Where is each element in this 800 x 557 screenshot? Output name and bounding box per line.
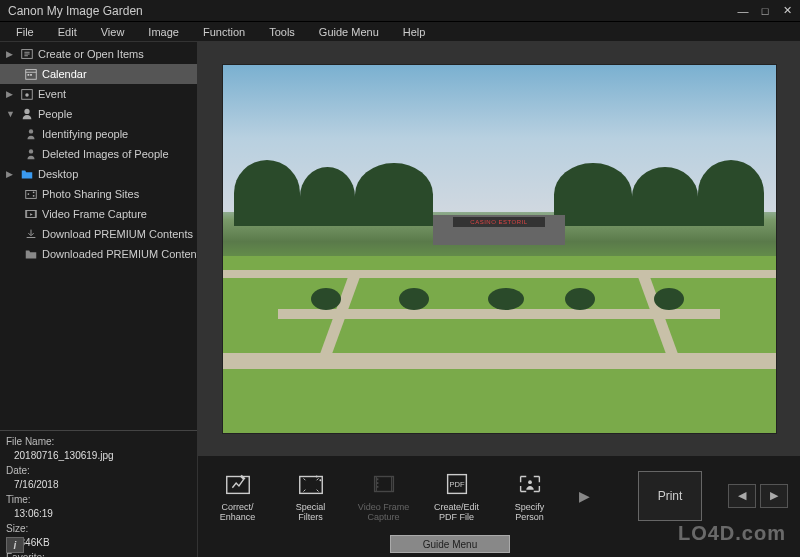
tree-item-label: Downloaded PREMIUM Contents: [42, 248, 197, 260]
image-viewer[interactable]: CASINO ESTORIL: [198, 42, 800, 455]
svg-rect-9: [26, 191, 37, 199]
svg-rect-21: [376, 485, 378, 487]
tree-item-label: People: [38, 108, 72, 120]
svg-point-7: [29, 129, 33, 133]
bottom-toolbar: Correct/EnhanceSpecialFiltersVideo Frame…: [198, 455, 800, 535]
svg-point-17: [319, 479, 321, 481]
tool-correct[interactable]: Correct/Enhance: [210, 469, 265, 523]
tree-item-label: Photo Sharing Sites: [42, 188, 139, 200]
tree-item-label: Create or Open Items: [38, 48, 144, 60]
building-sign: CASINO ESTORIL: [453, 217, 546, 227]
svg-point-6: [24, 109, 29, 114]
create-icon: [20, 47, 34, 61]
filters-icon: [294, 469, 328, 499]
tool-label: Correct/Enhance: [220, 503, 256, 523]
tool-vframe: Video FrameCapture: [356, 469, 411, 523]
tree-item-person[interactable]: Deleted Images of People: [0, 144, 197, 164]
tool-label: Create/EditPDF File: [434, 503, 479, 523]
tree-arrow-icon: ▶: [6, 49, 16, 59]
tool-specify[interactable]: SpecifyPerson: [502, 469, 557, 523]
tree-arrow-icon: ▼: [6, 109, 16, 119]
tree-item-label: Video Frame Capture: [42, 208, 147, 220]
tree-item-folder2[interactable]: Downloaded PREMIUM Contents: [0, 244, 197, 264]
info-size: 7846KB: [6, 536, 191, 550]
menu-function[interactable]: Function: [191, 24, 257, 40]
tree-item-label: Download PREMIUM Contents: [42, 228, 193, 240]
info-filename: 20180716_130619.jpg: [6, 449, 191, 463]
tool-label: SpecialFilters: [296, 503, 326, 523]
prev-button[interactable]: ◀: [728, 484, 756, 508]
svg-rect-20: [376, 482, 378, 484]
titlebar: Canon My Image Garden — □ ✕: [0, 0, 800, 22]
menubar: File Edit View Image Function Tools Guid…: [0, 22, 800, 42]
person-icon: [24, 147, 38, 161]
menu-view[interactable]: View: [89, 24, 137, 40]
menu-guide[interactable]: Guide Menu: [307, 24, 391, 40]
tree-item-people[interactable]: ▼People: [0, 104, 197, 124]
correct-icon: [221, 469, 255, 499]
tool-pdf[interactable]: PDFCreate/EditPDF File: [429, 469, 484, 523]
guide-menu-button[interactable]: Guide Menu: [390, 535, 510, 553]
tree-item-label: Identifying people: [42, 128, 128, 140]
menu-file[interactable]: File: [4, 24, 46, 40]
svg-point-24: [528, 480, 532, 484]
window-title: Canon My Image Garden: [6, 4, 736, 18]
share-icon: [24, 187, 38, 201]
download-icon: [24, 227, 38, 241]
minimize-button[interactable]: —: [736, 4, 750, 18]
tree-item-create[interactable]: ▶Create or Open Items: [0, 44, 197, 64]
svg-rect-3: [30, 74, 32, 76]
vframe-icon: [367, 469, 401, 499]
svg-rect-15: [299, 476, 322, 493]
svg-point-12: [33, 195, 35, 197]
tree-item-label: Deleted Images of People: [42, 148, 169, 160]
building: CASINO ESTORIL: [433, 215, 566, 244]
info-time: 13:06:19: [6, 507, 191, 521]
video-icon: [24, 207, 38, 221]
folder2-icon: [24, 247, 38, 261]
close-button[interactable]: ✕: [780, 4, 794, 18]
tree-item-folder[interactable]: ▶Desktop: [0, 164, 197, 184]
toolbar-more-arrow[interactable]: ▶: [579, 488, 590, 504]
tool-label: SpecifyPerson: [515, 503, 545, 523]
specify-icon: [513, 469, 547, 499]
svg-rect-2: [28, 74, 30, 76]
svg-point-16: [315, 475, 317, 477]
tree-item-person[interactable]: Identifying people: [0, 124, 197, 144]
tree-item-download[interactable]: Download PREMIUM Contents: [0, 224, 197, 244]
print-button[interactable]: Print: [638, 471, 702, 521]
menu-image[interactable]: Image: [136, 24, 191, 40]
info-filename-label: File Name:: [6, 435, 191, 449]
svg-rect-19: [376, 478, 378, 480]
info-time-label: Time:: [6, 493, 191, 507]
people-icon: [20, 107, 34, 121]
image-content: CASINO ESTORIL: [222, 64, 777, 434]
main-area: CASINO ESTORIL: [198, 42, 800, 557]
menu-edit[interactable]: Edit: [46, 24, 89, 40]
info-date: 7/16/2018: [6, 478, 191, 492]
svg-point-5: [25, 93, 29, 97]
tool-label: Video FrameCapture: [358, 503, 409, 523]
tree-item-label: Calendar: [42, 68, 87, 80]
event-icon: [20, 87, 34, 101]
tree-item-label: Event: [38, 88, 66, 100]
tree-item-video[interactable]: Video Frame Capture: [0, 204, 197, 224]
tree-item-calendar[interactable]: Calendar: [0, 64, 197, 84]
folder-icon: [20, 167, 34, 181]
calendar-icon: [24, 67, 38, 81]
person-icon: [24, 127, 38, 141]
tree-item-event[interactable]: ▶Event: [0, 84, 197, 104]
menu-help[interactable]: Help: [391, 24, 438, 40]
tree-item-share[interactable]: Photo Sharing Sites: [0, 184, 197, 204]
tree: ▶Create or Open ItemsCalendar▶Event▼Peop…: [0, 42, 197, 430]
pdf-icon: PDF: [440, 469, 474, 499]
maximize-button[interactable]: □: [758, 4, 772, 18]
info-button[interactable]: i: [6, 537, 24, 553]
svg-text:PDF: PDF: [449, 479, 464, 488]
tree-item-label: Desktop: [38, 168, 78, 180]
info-size-label: Size:: [6, 522, 191, 536]
menu-tools[interactable]: Tools: [257, 24, 307, 40]
tool-filters[interactable]: SpecialFilters: [283, 469, 338, 523]
tree-arrow-icon: ▶: [6, 169, 16, 179]
next-button[interactable]: ▶: [760, 484, 788, 508]
